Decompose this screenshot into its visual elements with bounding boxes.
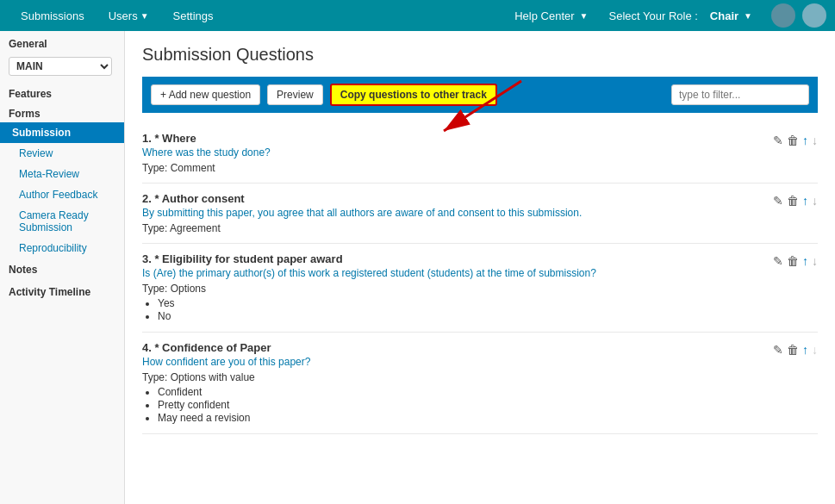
nav-left: Submissions Users ▼ Settings bbox=[9, 0, 226, 31]
question-4-option-may-need-revision: May need a revision bbox=[158, 412, 310, 424]
question-2-desc: By submitting this paper, you agree that… bbox=[142, 207, 582, 219]
nav-right: Help Center ▼ Select Your Role : Chair ▼ bbox=[506, 0, 826, 31]
question-4-down-icon[interactable]: ↓ bbox=[812, 343, 818, 357]
users-dropdown-caret: ▼ bbox=[140, 11, 149, 21]
question-2-edit-icon[interactable]: ✎ bbox=[773, 194, 783, 208]
sidebar-item-review[interactable]: Review bbox=[0, 143, 124, 164]
question-2-content: 2. * Author consent By submitting this p… bbox=[142, 192, 582, 234]
add-question-button[interactable]: + Add new question bbox=[151, 84, 260, 105]
nav-submissions[interactable]: Submissions bbox=[9, 0, 97, 31]
question-1-type: Type: Comment bbox=[142, 162, 271, 174]
question-2-type: Type: Agreement bbox=[142, 222, 582, 234]
sidebar-features-label: Features bbox=[0, 83, 124, 103]
question-1: 1. * Where Where was the study done? Typ… bbox=[142, 123, 818, 184]
question-3: 3. * Eligibility for student paper award… bbox=[142, 244, 818, 333]
question-3-content: 3. * Eligibility for student paper award… bbox=[142, 252, 596, 323]
content-area: Submission Questions + Add new question … bbox=[125, 31, 835, 504]
question-3-type: Type: Options bbox=[142, 283, 596, 295]
preview-button[interactable]: Preview bbox=[267, 84, 323, 105]
question-3-desc: Is (Are) the primary author(s) of this w… bbox=[142, 267, 596, 279]
question-1-edit-icon[interactable]: ✎ bbox=[773, 134, 783, 147]
nav-users[interactable]: Users ▼ bbox=[97, 0, 161, 31]
toolbar: + Add new question Preview Copy question… bbox=[142, 77, 818, 113]
question-3-down-icon[interactable]: ↓ bbox=[812, 254, 818, 268]
question-3-option-yes: Yes bbox=[158, 297, 596, 309]
questions-list: 1. * Where Where was the study done? Typ… bbox=[142, 123, 818, 434]
copy-questions-button[interactable]: Copy questions to other track bbox=[330, 84, 497, 106]
question-1-actions: ✎ 🗑 ↑ ↓ bbox=[773, 132, 818, 147]
sidebar-item-reproducibility[interactable]: Reproducibility bbox=[0, 238, 124, 258]
question-2: 2. * Author consent By submitting this p… bbox=[142, 184, 818, 244]
question-3-options: Yes No bbox=[142, 297, 596, 322]
filter-input[interactable] bbox=[671, 84, 809, 105]
question-4-delete-icon[interactable]: 🗑 bbox=[787, 343, 799, 357]
question-3-edit-icon[interactable]: ✎ bbox=[773, 254, 783, 268]
question-3-delete-icon[interactable]: 🗑 bbox=[787, 254, 799, 268]
question-1-content: 1. * Where Where was the study done? Typ… bbox=[142, 132, 271, 174]
sidebar: General MAIN Features Forms Submission R… bbox=[0, 31, 125, 504]
question-1-delete-icon[interactable]: 🗑 bbox=[787, 134, 799, 147]
question-3-up-icon[interactable]: ↑ bbox=[802, 254, 808, 268]
question-4-option-pretty-confident: Pretty confident bbox=[158, 399, 310, 411]
question-3-option-no: No bbox=[158, 310, 596, 322]
select-role-label: Select Your Role : bbox=[609, 9, 698, 22]
sidebar-general-label: General bbox=[0, 31, 124, 53]
role-value: Chair bbox=[710, 9, 738, 22]
page-title: Submission Questions bbox=[142, 45, 818, 65]
sidebar-forms-label: Forms bbox=[0, 103, 124, 122]
sidebar-item-meta-review[interactable]: Meta-Review bbox=[0, 164, 124, 184]
question-3-actions: ✎ 🗑 ↑ ↓ bbox=[773, 252, 818, 268]
question-4-up-icon[interactable]: ↑ bbox=[802, 343, 808, 357]
question-3-title: 3. * Eligibility for student paper award bbox=[142, 252, 596, 265]
question-4-desc: How confident are you of this paper? bbox=[142, 356, 310, 368]
question-2-actions: ✎ 🗑 ↑ ↓ bbox=[773, 192, 818, 208]
top-navigation: Submissions Users ▼ Settings Help Center… bbox=[0, 0, 835, 31]
help-center-caret: ▼ bbox=[580, 11, 589, 21]
question-1-down-icon[interactable]: ↓ bbox=[812, 134, 818, 147]
help-center-label: Help Center bbox=[514, 9, 574, 22]
question-4-actions: ✎ 🗑 ↑ ↓ bbox=[773, 341, 818, 357]
question-2-delete-icon[interactable]: 🗑 bbox=[787, 194, 799, 208]
sidebar-item-author-feedback[interactable]: Author Feedback bbox=[0, 184, 124, 205]
sidebar-item-submission[interactable]: Submission bbox=[0, 122, 124, 143]
sidebar-activity-timeline[interactable]: Activity Timeline bbox=[0, 281, 124, 303]
avatar-2[interactable] bbox=[802, 3, 826, 28]
question-4-options: Confident Pretty confident May need a re… bbox=[142, 386, 310, 424]
question-4-type: Type: Options with value bbox=[142, 371, 310, 383]
question-4-option-confident: Confident bbox=[158, 386, 310, 398]
question-2-title: 2. * Author consent bbox=[142, 192, 582, 205]
question-4: 4. * Confidence of Paper How confident a… bbox=[142, 333, 818, 434]
nav-settings[interactable]: Settings bbox=[161, 0, 226, 31]
help-center-dropdown[interactable]: Help Center ▼ bbox=[506, 0, 596, 31]
sidebar-item-camera-ready[interactable]: Camera Ready Submission bbox=[0, 205, 124, 238]
question-2-up-icon[interactable]: ↑ bbox=[802, 194, 808, 208]
role-caret: ▼ bbox=[744, 11, 752, 21]
question-1-up-icon[interactable]: ↑ bbox=[802, 134, 808, 147]
question-4-title: 4. * Confidence of Paper bbox=[142, 341, 310, 354]
track-select[interactable]: MAIN bbox=[9, 57, 112, 76]
question-1-title: 1. * Where bbox=[142, 132, 271, 145]
role-dropdown[interactable]: Chair ▼ bbox=[701, 0, 761, 31]
question-4-edit-icon[interactable]: ✎ bbox=[773, 343, 783, 357]
sidebar-notes[interactable]: Notes bbox=[0, 258, 124, 281]
question-2-down-icon[interactable]: ↓ bbox=[812, 194, 818, 208]
avatar-1[interactable] bbox=[771, 3, 795, 28]
question-4-content: 4. * Confidence of Paper How confident a… bbox=[142, 341, 310, 425]
question-1-desc: Where was the study done? bbox=[142, 146, 271, 159]
